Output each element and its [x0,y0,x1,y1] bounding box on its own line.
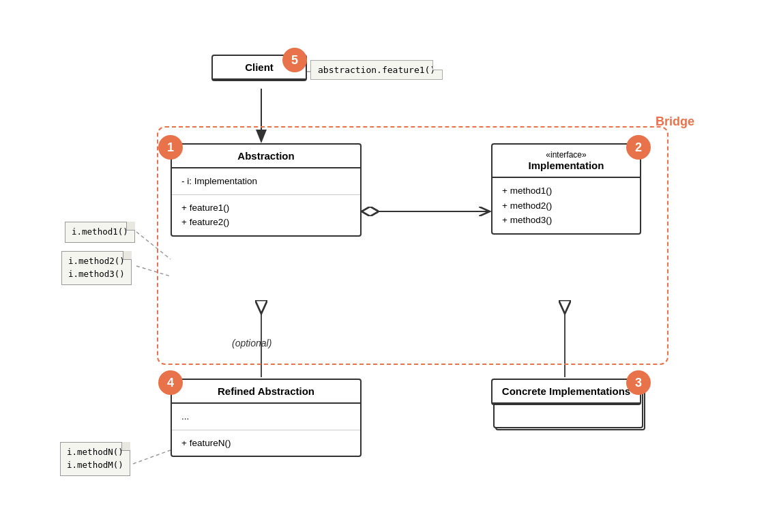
refined-field-section: ... [172,404,360,430]
method-note-2: i.method2() i.method3() [61,251,132,285]
abstraction-field-section: - i: Implementation [172,168,360,195]
method-note-1: i.method1() [65,222,135,243]
implementation-methods-section: + method1() + method2() + method3() [493,178,640,233]
badge-implementation: 2 [626,135,651,160]
svg-line-10 [133,450,171,464]
diagram: Bridge Client abstraction.feature1() 5 A… [0,0,764,532]
implementation-box: «interface» Implementation + method1() +… [491,143,641,235]
badge-abstraction: 1 [158,135,183,160]
client-note: abstraction.feature1() [310,60,443,80]
abstraction-box: Abstraction - i: Implementation + featur… [171,143,362,237]
abstraction-methods-section: + feature1() + feature2() [172,195,360,235]
bridge-label: Bridge [656,115,694,129]
abstraction-header: Abstraction [172,145,360,168]
badge-refined: 4 [158,370,183,395]
refined-methods-section: + featureN() [172,430,360,456]
concrete-header: Concrete Implementations [493,380,640,404]
concrete-implementations-box: Concrete Implementations [491,379,641,405]
badge-concrete: 3 [626,370,651,395]
implementation-header: «interface» Implementation [493,145,640,178]
refined-header: Refined Abstraction [172,380,360,404]
refined-abstraction-box: Refined Abstraction ... + featureN() [171,379,362,457]
method-note-3: i.methodN() i.methodM() [60,442,130,476]
badge-client: 5 [282,48,307,72]
optional-label: (optional) [232,338,271,349]
